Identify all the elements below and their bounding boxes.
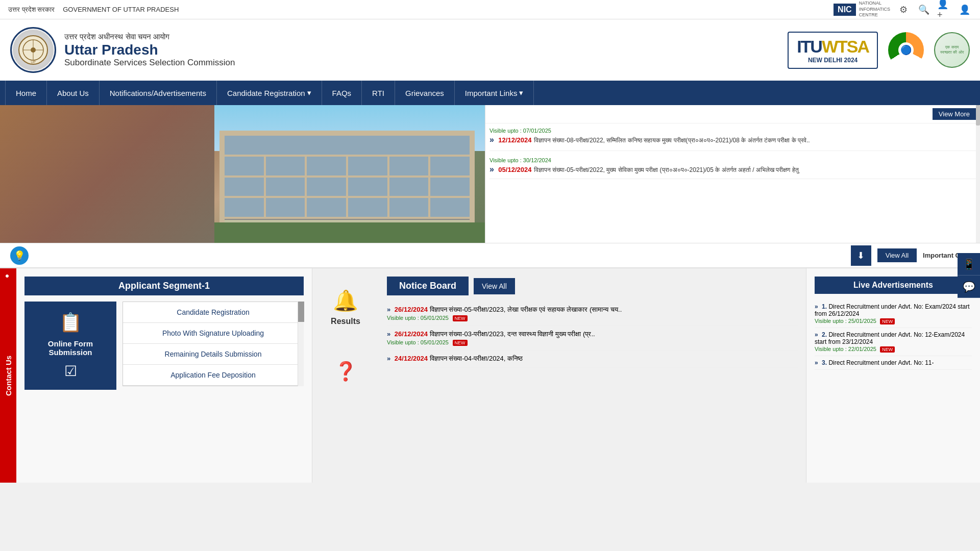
- notice-view-all-button[interactable]: View All: [474, 278, 515, 294]
- notice-item-1: » 26/12/2024 विज्ञापन संख्या-05-परीक्षा/…: [387, 302, 798, 326]
- side-actions: 📱 💬: [958, 253, 980, 298]
- news-visible-1: Visible upto : 07/01/2025: [489, 128, 976, 134]
- mobile-icon[interactable]: 📱: [958, 253, 980, 276]
- results-label: Results: [331, 317, 360, 326]
- news-scrollbar-thumb: [976, 105, 980, 126]
- notice-board-header: Notice Board View All: [387, 277, 798, 295]
- news-date-1: 12/12/2024: [498, 136, 531, 144]
- ad-item-2: » 2. Direct Recruitment under Advt. No: …: [815, 328, 972, 356]
- nav-item-grievances[interactable]: Grievances: [395, 81, 455, 105]
- notice-date-3: 24/12/2024: [395, 355, 428, 362]
- swachh-bharat-logo: एक कदमस्वच्छता की ओर: [934, 32, 970, 68]
- scroll-item-photo[interactable]: Photo With Signature Uploading: [123, 323, 303, 344]
- segment-right: Candidate Registration Photo With Signat…: [122, 302, 304, 390]
- download-icon[interactable]: ⬇: [851, 245, 871, 266]
- live-ads-title: Live Advertisements: [815, 277, 972, 294]
- ad-item-1: » 1. Direct Recruitment under Advt. No: …: [815, 300, 972, 328]
- eng-gov-label: GOVERNMENT OF UTTAR PRADESH: [63, 6, 179, 13]
- ashoka-chakra: 🔵: [898, 42, 914, 58]
- ad-text-2: Direct Recruitment under Advt. No: 12-Ex…: [815, 331, 965, 345]
- header-right: ITU WTSA NEW DELHI 2024 🔵 एक कदमस्वच्छता…: [788, 32, 970, 69]
- news-date-2: 05/12/2024: [498, 166, 531, 173]
- chevron-down-icon-2: ▾: [519, 88, 523, 97]
- logo-inner: UP: [13, 30, 54, 70]
- itu-label: ITU: [797, 37, 822, 57]
- applicant-segment: Applicant Segment-1 📋 Online FormSubmiss…: [16, 268, 312, 483]
- nav-item-candidate-reg[interactable]: Candidate Registration ▾: [217, 81, 322, 105]
- user-account-icon[interactable]: 👤: [958, 3, 972, 17]
- svg-point-4: [31, 47, 36, 53]
- ad-new-badge-1: NEW: [880, 318, 895, 324]
- hero-left: [0, 105, 214, 243]
- nav-item-notifications[interactable]: Notifications/Advertisements: [100, 81, 217, 105]
- notice-date-1: 26/12/2024: [395, 306, 428, 313]
- top-bar: उत्तर प्रदेश सरकार GOVERNMENT OF UTTAR P…: [0, 0, 980, 19]
- hindi-gov-label: उत्तर प्रदेश सरकार: [8, 6, 55, 14]
- nav-item-faqs[interactable]: FAQs: [322, 81, 362, 105]
- notice-vis-1: Visible upto : 05/01/2025: [387, 315, 449, 321]
- itu-wtsa-logo: ITU WTSA NEW DELHI 2024: [788, 32, 878, 69]
- svg-text:UP: UP: [31, 60, 36, 64]
- hero-background: [0, 105, 485, 243]
- new-badge-1: NEW: [453, 315, 468, 321]
- ad-vis-2: Visible upto : 22/01/2025: [815, 346, 876, 352]
- india-flag-logo: 🔵: [888, 32, 924, 68]
- question-icon: ❓: [334, 361, 357, 382]
- org-logo: UP: [10, 27, 56, 73]
- hindi-title: उत्तर प्रदेश अधीनस्थ सेवा चयन आयोग: [64, 32, 235, 41]
- nav-item-important-links[interactable]: Important Links ▾: [455, 81, 534, 105]
- content-section: Contact Us Applicant Segment-1 📋 Online …: [0, 268, 980, 483]
- main-area: View More Visible upto : 07/01/2025 » 12…: [0, 105, 980, 243]
- search-icon[interactable]: 🔍: [917, 3, 931, 17]
- notice-text-3: विज्ञापन संख्या-04-परीक्षा/2024, कनिष्ठ: [430, 355, 523, 362]
- gear-icon[interactable]: ⚙: [896, 3, 911, 17]
- nav-item-home[interactable]: Home: [5, 81, 47, 105]
- news-scroll-area[interactable]: Visible upto : 07/01/2025 » 12/12/2024 व…: [485, 123, 980, 241]
- new-delhi-label: NEW DELHI 2024: [808, 57, 857, 64]
- scroll-item-candidate-reg[interactable]: Candidate Registration: [123, 302, 303, 323]
- ad-num-3: 3.: [822, 359, 827, 366]
- nav-item-about[interactable]: About Us: [47, 81, 100, 105]
- scroll-item-fee[interactable]: Application Fee Deposition: [123, 365, 303, 386]
- ad-vis-1: Visible upto : 25/01/2025: [815, 318, 876, 324]
- bottom-strip: 💡 ⬇ View All Important Go's: [0, 243, 980, 268]
- news-text-2: विज्ञापन संख्या-05-परीक्षा/2022, मुख्य स…: [534, 166, 799, 173]
- notice-board-title[interactable]: Notice Board: [387, 277, 469, 295]
- online-form-label: Online FormSubmission: [48, 339, 93, 357]
- swachh-circle: एक कदमस्वच्छता की ओर: [934, 32, 970, 68]
- nav-item-rti[interactable]: RTI: [362, 81, 395, 105]
- red-dot-indicator[interactable]: ●: [0, 268, 14, 283]
- notice-board: Notice Board View All » 26/12/2024 विज्ञ…: [379, 268, 806, 483]
- ad-item-3: » 3. Direct Recruitment under Advt. No: …: [815, 356, 972, 370]
- view-more-button[interactable]: View More: [933, 108, 976, 120]
- contact-us-bar[interactable]: Contact Us: [0, 268, 16, 483]
- scroll-item-remaining[interactable]: Remaining Details Submission: [123, 344, 303, 365]
- notice-vis-2: Visible upto : 05/01/2025: [387, 339, 449, 345]
- nic-logo: NIC NATIONALINFORMATICSCENTRE: [834, 1, 890, 18]
- notice-date-2: 26/12/2024: [395, 330, 428, 338]
- ad-text-3: Direct Recruitment under Advt. No: 11-: [828, 359, 934, 366]
- candidate-reg-label: Candidate Registration: [227, 89, 305, 97]
- checkbox-icon: ☑: [64, 363, 77, 380]
- bulb-icon: 💡: [10, 246, 29, 265]
- chat-icon[interactable]: 💬: [958, 276, 980, 298]
- scroll-list: Candidate Registration Photo With Signat…: [122, 302, 304, 386]
- important-links-label: Important Links: [465, 89, 518, 97]
- top-bar-right: NIC NATIONALINFORMATICSCENTRE ⚙ 🔍 👤+ 👤: [834, 1, 972, 18]
- hero-image: [0, 105, 485, 243]
- add-user-icon[interactable]: 👤+: [937, 3, 951, 17]
- news-visible-2: Visible upto : 30/12/2024: [489, 157, 976, 163]
- scroll-container: Candidate Registration Photo With Signat…: [122, 302, 304, 386]
- results-section: 🔔 Results ❓: [312, 268, 379, 483]
- bottom-strip-right: ⬇ View All Important Go's: [851, 245, 970, 266]
- view-all-gos-button[interactable]: View All: [877, 248, 917, 262]
- segment-scrollbar[interactable]: [298, 302, 304, 386]
- header-title: उत्तर प्रदेश अधीनस्थ सेवा चयन आयोग Uttar…: [64, 32, 235, 68]
- news-scrollbar[interactable]: [976, 105, 980, 243]
- notice-text-2: विज्ञापन संख्या-03-परीक्षा/2023, दन्त स्…: [430, 330, 595, 338]
- notice-item-2: » 26/12/2024 विज्ञापन संख्या-03-परीक्षा/…: [387, 326, 798, 350]
- news-item-1: Visible upto : 07/01/2025 » 12/12/2024 व…: [489, 128, 976, 151]
- news-text-1: विज्ञापन संख्या-08-परीक्षा/2022, सम्मिलि…: [534, 137, 810, 144]
- top-bar-left: उत्तर प्रदेश सरकार GOVERNMENT OF UTTAR P…: [8, 6, 179, 14]
- new-badge-2: NEW: [453, 340, 468, 346]
